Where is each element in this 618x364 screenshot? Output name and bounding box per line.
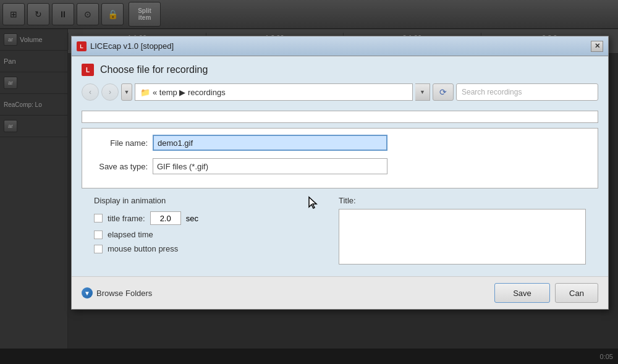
filetype-input[interactable]: GIF files (*.gif) [153,158,387,174]
checkbox-title-frame[interactable] [94,214,103,222]
nav-dropdown-button[interactable]: ▼ [121,83,132,101]
filetype-value: GIF files (*.gif) [157,162,208,171]
footer-buttons: Save Can [494,283,598,303]
dialog-header: L Choose file for recording [82,64,598,76]
option-label-title-frame: title frame: [108,214,145,223]
checkbox-mouse-button[interactable] [94,245,103,253]
option-row-title-frame: title frame: sec [94,211,295,225]
browse-folders-button[interactable]: ▼ Browse Folders [82,287,152,298]
sec-label: sec [186,214,198,223]
options-left: Display in animation title frame: sec el… [94,196,295,266]
dialog-window: L LICEcap v1.0 [stopped] ✕ L Choose file… [71,36,609,310]
display-animation-label: Display in animation [94,196,295,205]
svg-marker-0 [309,197,316,208]
path-text: « temp ▶ recordings [153,88,226,97]
checkbox-elapsed-time[interactable] [94,231,103,239]
options-right: Title: [339,196,586,266]
option-row-elapsed-time: elapsed time [94,230,295,239]
cancel-button[interactable]: Can [555,283,598,303]
title-field-label: Title: [339,196,586,205]
dialog-close-button[interactable]: ✕ [591,41,603,52]
refresh-button[interactable]: ⟳ [433,83,454,101]
title-textarea[interactable] [339,209,586,265]
forward-button[interactable]: › [101,83,119,101]
dialog-content: L Choose file for recording ‹ › ▼ 📁 « te… [72,56,608,276]
dialog-title: LICEcap v1.0 [stopped] [90,41,587,51]
path-bar: 📁 « temp ▶ recordings [135,83,413,101]
form-area: File name: Save as type: GIF files (*.gi… [82,128,598,188]
browse-icon: ▼ [82,287,93,298]
cursor-area [308,196,326,266]
option-label-elapsed-time: elapsed time [108,230,153,239]
filename-input[interactable] [153,135,387,151]
mouse-cursor-icon [308,196,320,211]
dialog-titlebar: L LICEcap v1.0 [stopped] ✕ [72,36,608,56]
file-listing-area [82,111,598,123]
options-area: Display in animation title frame: sec el… [82,188,598,266]
back-button[interactable]: ‹ [82,83,99,101]
path-folder-icon: 📁 [140,88,150,97]
dialog-header-icon: L [82,64,94,76]
option-label-mouse-button: mouse button press [108,244,178,253]
browse-folders-label: Browse Folders [96,289,152,298]
path-dropdown-button[interactable]: ▼ [415,83,430,101]
filetype-row: Save as type: GIF files (*.gif) [92,158,588,174]
filename-label: File name: [92,138,148,148]
navigation-bar: ‹ › ▼ 📁 « temp ▶ recordings ▼ ⟳ Search r… [82,83,598,101]
dialog-footer: ▼ Browse Folders Save Can [72,276,608,309]
filename-row: File name: [92,135,588,151]
search-box[interactable]: Search recordings [456,83,598,101]
title-frame-input[interactable] [150,211,181,225]
option-row-mouse-button: mouse button press [94,244,295,253]
dialog-heading: Choose file for recording [100,64,208,75]
save-button[interactable]: Save [494,283,550,303]
search-placeholder: Search recordings [462,88,522,96]
dialog-app-icon: L [77,41,87,51]
filetype-label: Save as type: [92,162,148,171]
